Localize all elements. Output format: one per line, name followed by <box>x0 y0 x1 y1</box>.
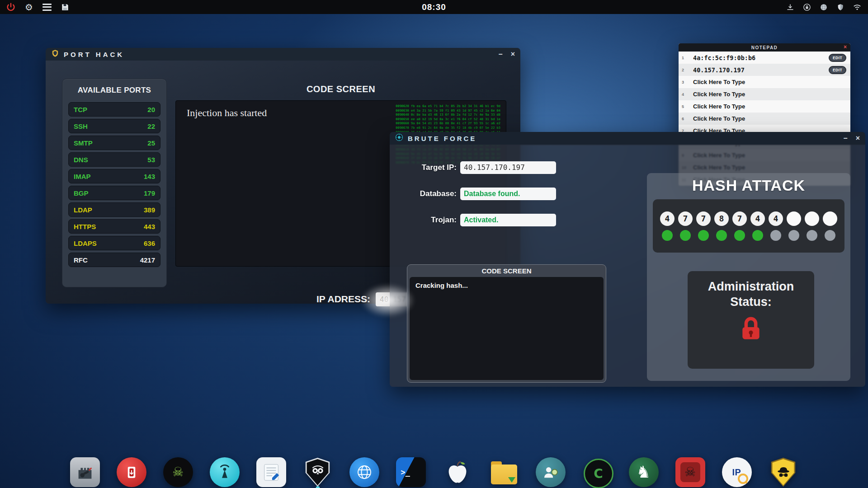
line-number: 3 <box>679 80 690 84</box>
dock-icon-spy-kit[interactable] <box>769 457 798 487</box>
lock-status-icon[interactable] <box>802 2 812 13</box>
brute-force-window: BRUTE FORCE – × Target IP: 40.157.170.19… <box>390 132 865 387</box>
hash-digit: 4 <box>769 211 783 226</box>
dock-icon-web-globe[interactable] <box>349 457 379 487</box>
dock: ☠ >_ <box>0 457 868 487</box>
close-button[interactable]: × <box>844 44 847 50</box>
admin-status-box: Administration Status: <box>688 271 814 369</box>
save-disk-icon[interactable] <box>60 2 71 13</box>
dock-icon-apple[interactable] <box>443 457 472 487</box>
notepad-line[interactable]: 5 Click Here To Type <box>679 100 850 113</box>
port-item[interactable]: SMTP 25 <box>68 136 160 150</box>
line-number: 6 <box>679 117 690 121</box>
hash-digit: 8 <box>714 211 729 226</box>
settings-gear-icon[interactable]: ⚙ <box>24 2 34 13</box>
dock-icon-ip-lookup[interactable]: IP <box>722 457 752 487</box>
port-item[interactable]: LDAPS 636 <box>68 236 160 250</box>
dock-icon-fortress[interactable] <box>70 457 100 487</box>
dock-icon-exit-door[interactable] <box>117 457 146 487</box>
dock-icon-malware-chip[interactable]: ☠ <box>675 457 705 487</box>
port-item[interactable]: HTTPS 443 <box>68 219 160 234</box>
hash-display: 4 7 7 8 7 4 4 <box>653 199 844 253</box>
progress-dot <box>660 230 675 241</box>
field-value[interactable]: Database found. <box>460 188 556 200</box>
field-value[interactable]: 40.157.170.197 <box>460 161 556 174</box>
wifi-icon[interactable] <box>852 2 863 13</box>
port-item[interactable]: SSH 22 <box>68 119 160 133</box>
line-text: 4a:fc:5c:f9:0b:b6 <box>693 54 755 61</box>
code-screen-panel: CODE SCREEN Cracking hash... <box>407 264 606 383</box>
line-number: 5 <box>679 104 690 109</box>
skull-glyph: ☠ <box>684 466 696 479</box>
notepad-line[interactable]: 3 Click Here To Type <box>679 76 850 88</box>
port-item[interactable]: LDAP 389 <box>68 202 160 217</box>
close-button[interactable]: × <box>511 51 515 58</box>
hash-digit: 4 <box>750 211 765 226</box>
hash-attack-panel: HASH ATTACK 4 7 7 8 7 4 <box>647 173 850 381</box>
dock-icon-circuit-skull[interactable]: ☠ <box>163 457 193 487</box>
edit-button[interactable]: EDIT <box>829 54 846 62</box>
dock-icon-coin-trader[interactable] <box>536 457 566 487</box>
top-bar-left: ⚙ <box>5 2 71 13</box>
dock-icon-owl-shield[interactable] <box>303 457 333 487</box>
line-text: Click Here To Type <box>693 103 745 110</box>
hash-progress-row <box>653 230 844 241</box>
port-item[interactable]: IMAP 143 <box>68 169 160 183</box>
minimize-button[interactable]: – <box>499 51 503 58</box>
dock-icon-terminal[interactable]: >_ <box>396 457 426 487</box>
dock-icon-folder[interactable] <box>489 457 519 487</box>
skull-glyph: ☠ <box>172 466 184 479</box>
notepad-titlebar[interactable]: NOTEPAD × <box>679 43 850 52</box>
brute-force-fields: Target IP: 40.157.170.197 Database: Data… <box>401 161 556 226</box>
ports-list: TCP 20 SSH 22 SMTP 25 DNS 53 IMAP 143 <box>68 102 160 267</box>
available-ports-panel: AVAILABLE PORTS TCP 20 SSH 22 SMTP 25 DN… <box>62 79 167 287</box>
dock-icon-crypto-coin[interactable]: C <box>582 457 612 487</box>
clock: 08:30 <box>422 2 446 12</box>
crypto-c-glyph: C <box>594 466 603 481</box>
progress-dot <box>823 230 837 241</box>
magnifier-icon <box>738 474 748 484</box>
line-number: 2 <box>679 68 690 72</box>
port-item[interactable]: BGP 179 <box>68 186 160 200</box>
code-screen-title: CODE SCREEN <box>175 84 506 94</box>
code-message: Injection has started <box>187 107 267 119</box>
notepad-line[interactable]: 1 4a:fc:5c:f9:0b:b6 EDIT <box>679 52 850 64</box>
locked-padlock-icon <box>688 314 814 345</box>
port-item[interactable]: TCP 20 <box>68 102 160 117</box>
line-text: 40.157.170.197 <box>693 66 745 74</box>
field-label: Trojan: <box>401 216 460 225</box>
security-shield-icon[interactable] <box>835 2 846 13</box>
menu-icon[interactable] <box>42 2 52 13</box>
field-label: Database: <box>401 189 460 198</box>
line-text: Click Here To Type <box>693 115 745 122</box>
downloads-icon[interactable] <box>785 2 796 13</box>
dock-icon-notes[interactable] <box>256 457 286 487</box>
port-item[interactable]: DNS 53 <box>68 152 160 167</box>
dock-icon-antenna[interactable] <box>210 457 240 487</box>
progress-dot <box>678 230 693 241</box>
notepad-line[interactable]: 4 Click Here To Type <box>679 88 850 100</box>
close-button[interactable]: × <box>856 135 860 142</box>
notepad-line[interactable]: 6 Click Here To Type <box>679 113 850 125</box>
brute-force-titlebar[interactable]: BRUTE FORCE – × <box>390 132 865 145</box>
network-globe-icon[interactable] <box>818 2 829 13</box>
notepad-line[interactable]: 2 40.157.170.197 EDIT <box>679 64 850 76</box>
code-screen-title: CODE SCREEN <box>410 265 604 277</box>
dock-icon-trojan-horse[interactable]: ♞ <box>629 457 659 487</box>
hash-digits-row: 4 7 7 8 7 4 4 <box>653 211 844 226</box>
progress-dot <box>805 230 819 241</box>
port-item[interactable]: RFC 4217 <box>68 253 160 267</box>
knight-glyph: ♞ <box>636 464 651 480</box>
download-arrow <box>508 477 515 483</box>
edit-button[interactable]: EDIT <box>829 66 846 74</box>
progress-dot <box>732 230 747 241</box>
port-hack-titlebar[interactable]: PORT HACK – × <box>46 48 520 61</box>
power-icon[interactable] <box>5 2 16 13</box>
hash-digit <box>805 211 819 226</box>
admin-status-label: Administration Status: <box>688 279 814 310</box>
progress-dot <box>714 230 729 241</box>
active-app-indicator <box>316 486 320 488</box>
hash-digit: 7 <box>696 211 711 226</box>
field-value[interactable]: Activated. <box>460 214 556 226</box>
minimize-button[interactable]: – <box>844 135 848 142</box>
